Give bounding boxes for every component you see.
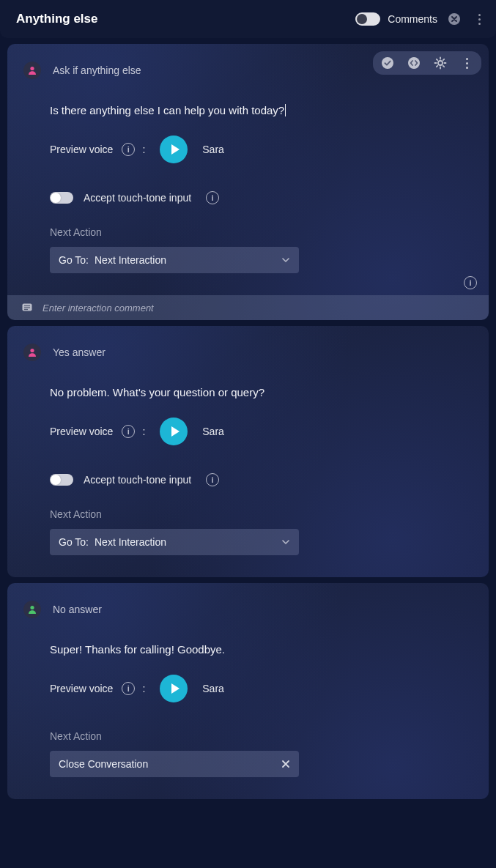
touchtone-row: Accept touch-tone input i: [50, 473, 473, 486]
svg-point-1: [382, 57, 393, 69]
play-voice-button[interactable]: [160, 418, 188, 445]
comment-icon: [21, 301, 34, 314]
prompt-text[interactable]: Super! Thanks for calling! Goodbye.: [50, 643, 473, 656]
header-icons: [448, 12, 486, 26]
comment-row: [7, 295, 489, 320]
svg-line-9: [443, 66, 444, 67]
close-panel-icon[interactable]: [448, 12, 461, 26]
card-toolstrip: [373, 51, 481, 75]
panel-title: Anything else: [16, 12, 355, 26]
info-icon[interactable]: i: [206, 473, 219, 486]
comment-input[interactable]: [42, 303, 475, 314]
touchtone-row: Accept touch-tone input i: [50, 191, 473, 204]
comments-toggle-wrap: Comments: [355, 12, 437, 26]
touchtone-toggle[interactable]: [50, 474, 73, 486]
code-icon[interactable]: [407, 56, 421, 70]
voice-name: Sara: [202, 683, 224, 694]
next-action-select[interactable]: Go To: Next Interaction: [50, 247, 299, 273]
svg-line-8: [437, 59, 437, 60]
comments-toggle-label: Comments: [388, 13, 437, 25]
info-icon[interactable]: i: [206, 191, 219, 204]
interaction-card: No answer Super! Thanks for calling! Goo…: [7, 583, 489, 799]
chevron-down-icon: [281, 256, 290, 264]
info-icon[interactable]: i: [122, 682, 135, 695]
interaction-name: No answer: [53, 604, 102, 615]
approve-icon[interactable]: [380, 56, 395, 70]
next-action-select[interactable]: Go To: Next Interaction: [50, 529, 299, 555]
info-icon[interactable]: i: [122, 143, 135, 156]
preview-voice-row: Preview voice i : Sara: [50, 418, 473, 445]
preview-voice-label: Preview voice: [50, 683, 113, 694]
info-icon[interactable]: i: [122, 425, 135, 438]
select-prefix: Go To:: [59, 254, 89, 266]
svg-point-17: [30, 349, 34, 352]
card-more-icon[interactable]: [459, 56, 474, 70]
select-value: Close Conversation: [59, 758, 148, 770]
next-action-label: Next Action: [50, 730, 473, 742]
interaction-card: Yes answer No problem. What's your quest…: [7, 326, 489, 577]
speaker-avatar-icon: [23, 601, 41, 618]
colon: :: [142, 683, 145, 694]
select-value: Next Interaction: [95, 254, 166, 266]
voice-name: Sara: [202, 144, 224, 155]
svg-point-2: [408, 57, 420, 69]
speaker-avatar-icon: [23, 344, 41, 361]
chevron-down-icon: [281, 538, 290, 546]
svg-point-12: [30, 67, 34, 70]
interaction-name: Yes answer: [53, 346, 106, 358]
select-prefix: Go To:: [59, 536, 89, 548]
panel-header: Anything else Comments: [0, 0, 496, 38]
preview-voice-label: Preview voice: [50, 426, 113, 437]
prompt-text[interactable]: Is there anything else I can help you wi…: [50, 104, 473, 116]
preview-voice-row: Preview voice i : Sara: [50, 675, 473, 702]
next-action-label: Next Action: [50, 508, 473, 520]
clear-selection-icon[interactable]: [281, 760, 290, 768]
speaker-avatar-icon: [23, 62, 41, 79]
select-value: Next Interaction: [95, 536, 166, 548]
interaction-card: Ask if anything else Is there anything e…: [7, 44, 489, 320]
touchtone-label: Accept touch-tone input: [84, 474, 191, 486]
svg-line-11: [443, 59, 444, 60]
touchtone-toggle[interactable]: [50, 192, 73, 204]
next-action-label: Next Action: [50, 226, 473, 238]
svg-point-3: [438, 61, 443, 65]
comments-toggle[interactable]: [355, 12, 380, 26]
play-voice-button[interactable]: [160, 136, 188, 163]
colon: :: [142, 144, 145, 155]
card-info-icon[interactable]: i: [459, 276, 477, 289]
prompt-text[interactable]: No problem. What's your question or quer…: [50, 386, 473, 398]
colon: :: [142, 426, 145, 437]
svg-line-10: [437, 66, 437, 67]
interaction-name: Ask if anything else: [53, 64, 141, 76]
preview-voice-label: Preview voice: [50, 144, 113, 155]
voice-name: Sara: [202, 426, 224, 437]
preview-voice-row: Preview voice i : Sara: [50, 136, 473, 163]
touchtone-label: Accept touch-tone input: [84, 192, 191, 204]
play-voice-button[interactable]: [160, 675, 188, 702]
next-action-select[interactable]: Close Conversation: [50, 751, 299, 777]
svg-point-18: [30, 606, 34, 609]
settings-gear-icon[interactable]: [433, 56, 448, 70]
header-more-icon[interactable]: [473, 12, 486, 26]
